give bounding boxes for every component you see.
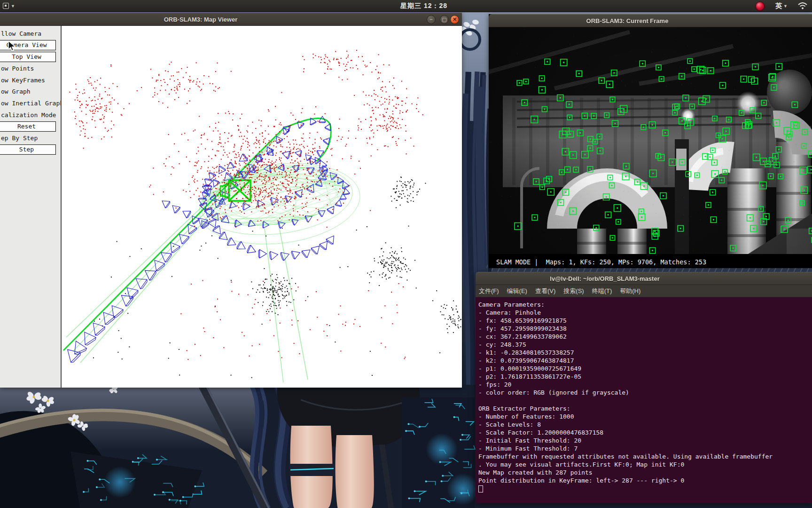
slam-status-bar: SLAM MODE | Maps: 1, KFs: 250, MPs: 9706… <box>489 256 812 268</box>
terminal-line: - p1: 0.00019359000725671649 <box>478 365 812 373</box>
window-selector[interactable]: ▼ <box>3 3 15 9</box>
terminal-line: - cx: 367.21499633789062 <box>478 333 812 341</box>
terminal-line: - k1: -0.28340810537338257 <box>478 349 812 357</box>
terminal-line: - p2: 1.7618711353861727e-05 <box>478 373 812 381</box>
terminal-line: - fx: 458.65399169921875 <box>478 317 812 325</box>
map-viewer-titlebar[interactable]: ORB-SLAM3: Map Viewer − ▢ ✕ <box>0 13 462 26</box>
terminal-line: - color order: RGB (ignored if grayscale… <box>478 389 812 397</box>
terminal-menu-item-1[interactable]: 编辑(E) <box>507 287 527 295</box>
terminal-line: ORB Extractor Parameters: <box>478 405 812 413</box>
panel-button-step[interactable]: Step <box>0 144 56 155</box>
terminal-menu-item-0[interactable]: 文件(F) <box>479 287 499 295</box>
map-viewer-window: ORB-SLAM3: Map Viewer − ▢ ✕ llow CameraC… <box>0 13 462 388</box>
slam-map-3d-view[interactable] <box>62 26 462 388</box>
system-top-bar: ▼ 星期三 12：28 英 ▼ <box>0 0 812 12</box>
input-method-indicator[interactable]: 英 ▼ <box>775 2 788 10</box>
map-viewer-content: llow CameraCamera ViewTop Viewow Pointso… <box>0 26 462 388</box>
terminal-line: - Initial Fast Threshold: 20 <box>478 437 812 445</box>
maximize-button[interactable]: ▢ <box>440 15 449 24</box>
terminal-menu-item-3[interactable]: 搜索(S) <box>563 287 584 295</box>
terminal-titlebar[interactable]: lv@lv-Dell: ~/orb/ORB_SLAM3-master <box>476 272 812 285</box>
wifi-icon[interactable] <box>798 2 807 10</box>
terminal-line: - k2: 0.073959067463874817 <box>478 357 812 365</box>
terminal-line: Framebuffer with requested attributes no… <box>478 453 812 461</box>
terminal-line <box>478 397 812 405</box>
terminal-menu-item-2[interactable]: 查看(V) <box>535 287 555 295</box>
panel-checkbox-label-follow-camera[interactable]: llow Camera <box>0 30 41 37</box>
clock[interactable]: 星期三 12：28 <box>400 2 447 10</box>
terminal-output[interactable]: Camera Parameters:- Camera: Pinhole- fx:… <box>476 297 812 503</box>
terminal-window: lv@lv-Dell: ~/orb/ORB_SLAM3-master 文件(F)… <box>476 272 812 503</box>
current-frame-titlebar[interactable]: ORB-SLAM3: Current Frame <box>489 14 812 27</box>
recording-indicator-icon[interactable] <box>755 1 765 11</box>
panel-checkbox-label-show-inertial-graph[interactable]: ow Inertial Graph <box>0 100 62 107</box>
terminal-line: - Scale Factor: 1.2000000476837158 <box>478 429 812 437</box>
terminal-menu-item-4[interactable]: 终端(T) <box>592 287 612 295</box>
panel-checkbox-label-show-points[interactable]: ow Points <box>0 65 34 72</box>
terminal-line: - Camera: Pinhole <box>478 309 812 317</box>
mouse-cursor <box>8 40 18 52</box>
map-viewer-title: ORB-SLAM3: Map Viewer <box>0 16 401 23</box>
current-frame-title: ORB-SLAM3: Current Frame <box>489 17 766 24</box>
chevron-down-icon: ▼ <box>783 4 788 8</box>
panel-checkbox-label-show-keyframes[interactable]: ow KeyFrames <box>0 77 45 84</box>
close-button[interactable]: ✕ <box>450 15 459 24</box>
chevron-down-icon: ▼ <box>11 4 15 8</box>
panel-checkbox-label-show-graph[interactable]: ow Graph <box>0 88 31 95</box>
terminal-line: Camera Parameters: <box>478 301 812 309</box>
terminal-line: Point distribution in KeyFrame: left-> 2… <box>478 477 812 485</box>
minimize-button[interactable]: − <box>427 15 436 24</box>
terminal-line: - Number of Features: 1000 <box>478 413 812 421</box>
terminal-line: - Minimum Fast Threshold: 7 <box>478 445 812 453</box>
terminal-menubar: 文件(F)编辑(E)查看(V)搜索(S)终端(T)帮助(H) <box>476 285 812 297</box>
terminal-menu-item-5[interactable]: 帮助(H) <box>620 287 640 295</box>
terminal-line: - fy: 457.29598999023438 <box>478 325 812 333</box>
terminal-line: - cy: 248.375 <box>478 341 812 349</box>
ime-label: 英 <box>775 2 782 10</box>
terminal-title: lv@lv-Dell: ~/orb/ORB_SLAM3-master <box>476 275 734 282</box>
current-frame-window: ORB-SLAM3: Current Frame SLAM MODE | Map… <box>489 14 812 266</box>
panel-button-reset[interactable]: Reset <box>0 121 56 132</box>
terminal-cursor <box>478 485 483 492</box>
camera-frame-image <box>489 27 812 254</box>
panel-button-top-view[interactable]: Top View <box>0 52 56 62</box>
terminal-line: - Scale Levels: 8 <box>478 421 812 429</box>
terminal-line: . You may see visual artifacts.First KF:… <box>478 461 812 469</box>
window-selector-icon <box>3 3 9 9</box>
panel-checkbox-label-localization-mode[interactable]: calization Mode <box>0 111 56 119</box>
terminal-line: New Map created with 287 points <box>478 469 812 477</box>
pangolin-panel: llow CameraCamera ViewTop Viewow Pointso… <box>0 26 62 388</box>
panel-checkbox-label-step-by-step[interactable]: ep By Step <box>0 135 38 142</box>
terminal-line: - fps: 20 <box>478 381 812 389</box>
